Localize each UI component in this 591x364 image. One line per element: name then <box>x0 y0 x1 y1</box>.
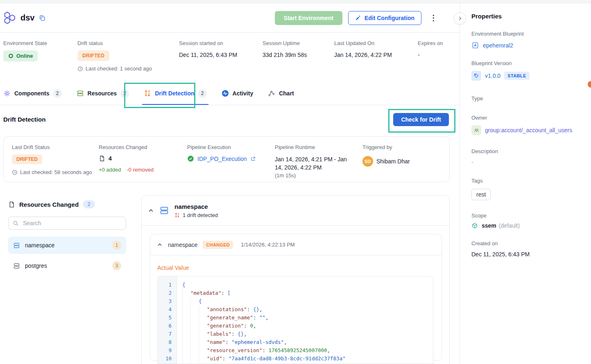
drift-last-checked: Last checked: 1 second ago <box>86 66 152 72</box>
tab-resources[interactable]: Resources 2 <box>77 89 129 98</box>
last-updated-label: Last Updated On <box>334 40 392 46</box>
last-updated-column: Last Updated On Jan 14, 2026, 4:22 PM <box>334 40 392 58</box>
stack-icon <box>159 206 169 215</box>
pipeline-runtime-duration: (1m 15s) <box>275 172 353 179</box>
owner-link[interactable]: group:account/_account_all_users <box>485 127 572 133</box>
resources-changed-count: 4 <box>109 155 112 162</box>
type-label: Type <box>471 95 584 102</box>
tab-activity-label: Activity <box>233 90 254 97</box>
session-started-column: Session started on Dec 11, 2025, 6:43 PM <box>179 40 237 58</box>
start-environment-button[interactable]: Start Environment <box>275 11 342 25</box>
expires-column: Expires on - <box>418 40 443 58</box>
environment-logo-icon <box>3 11 16 25</box>
triggered-by-stat: Triggered by SD Shibam Dhar <box>362 144 410 167</box>
drift-status-column: Drift status DRIFTED Last checked: 1 sec… <box>77 40 152 72</box>
last-drift-status-badge: DRIFTED <box>12 154 42 164</box>
copy-icon[interactable] <box>38 14 46 22</box>
actual-value-label: Actual Value <box>157 265 189 271</box>
resource-item-postgres[interactable]: postgres 3 <box>8 257 126 274</box>
clock-icon <box>12 170 18 175</box>
page-header: dsv Start Environment Edit Configuration… <box>0 3 460 33</box>
drift-entry-header[interactable]: namespace CHANGED 1/14/2026, 4:22:13 PM <box>150 234 442 255</box>
search-icon <box>13 220 19 226</box>
stable-badge: STABLE <box>504 72 530 80</box>
external-link-icon[interactable] <box>250 156 256 162</box>
drift-stats-card: Last Drift Status DRIFTED Last checked: … <box>3 136 450 182</box>
detail-subtitle: 1 drift detected <box>183 212 218 218</box>
tab-drift-label: Drift Detection <box>155 90 194 97</box>
tab-resources-badge: 2 <box>120 89 129 98</box>
tag-chip: rest <box>471 189 491 200</box>
more-actions-icon[interactable]: ⋮ <box>427 13 440 23</box>
session-uptime-column: Session Uptime 33d 21h 39m 58s <box>263 40 307 58</box>
tab-components-badge: 2 <box>53 89 62 98</box>
tab-drift-detection[interactable]: Drift Detection 2 <box>144 89 206 98</box>
resource-item-count: 3 <box>112 261 121 270</box>
created-label: Created on <box>471 240 584 246</box>
gear-icon <box>3 90 11 97</box>
search-input[interactable] <box>22 219 122 227</box>
scope-suffix: (default) <box>499 222 520 229</box>
group-icon <box>471 125 481 135</box>
tab-chart[interactable]: Chart <box>268 90 294 97</box>
code-lines: 1{2"metadata": [3{4"annotations": {},5"g… <box>158 281 433 363</box>
resource-detail-card: namespace 1 drift detected namespace CHA… <box>141 195 450 364</box>
expires-value: - <box>418 52 443 58</box>
resources-panel-title-label: Resources Changed <box>19 201 79 208</box>
description-label: Description <box>471 148 584 154</box>
drift-stats-last-checked: Last checked: 58 seconds ago <box>20 169 92 175</box>
avatar: SD <box>362 156 373 167</box>
file-icon <box>8 201 15 208</box>
pipeline-runtime-value: Jan 14, 2026, 4:21 PM - Jan 14, 2026, 4:… <box>275 155 353 172</box>
triggered-by-label: Triggered by <box>362 144 410 150</box>
last-drift-status: Last Drift Status DRIFTED Last checked: … <box>12 144 92 175</box>
collapse-panel-button[interactable] <box>454 12 466 25</box>
resource-item-namespace[interactable]: namespace 1 <box>8 237 126 254</box>
triggered-by-name: Shibam Dhar <box>376 158 410 165</box>
check-for-drift-button[interactable]: Check for Drift <box>393 113 449 126</box>
resources-changed-label: Resources Changed <box>99 144 154 150</box>
top-strip <box>0 0 591 3</box>
cube-icon <box>471 222 478 229</box>
tab-bar: Components 2 Resources 2 Drift Detection… <box>0 82 460 105</box>
pencil-icon <box>355 15 361 21</box>
tab-resources-label: Resources <box>88 90 117 97</box>
tag-icon <box>471 71 481 81</box>
detail-title: namespace <box>174 203 218 210</box>
properties-title: Properties <box>471 13 584 20</box>
chevron-up-icon[interactable] <box>148 208 154 214</box>
tab-components[interactable]: Components 2 <box>3 89 62 98</box>
tab-chart-label: Chart <box>279 90 294 97</box>
owner-label: Owner <box>471 115 584 121</box>
added-count: +0 added <box>99 167 121 173</box>
changed-badge: CHANGED <box>203 241 233 249</box>
blueprint-label: Environment Blueprint <box>471 31 584 37</box>
tab-activity[interactable]: Activity <box>222 90 254 97</box>
resource-item-name: namespace <box>25 242 54 249</box>
last-updated-value: Jan 14, 2026, 4:22 PM <box>334 52 392 58</box>
version-link[interactable]: v1.0.0 <box>485 72 500 79</box>
pipeline-execution-link[interactable]: IDP_PO_Execution <box>197 156 247 162</box>
resource-item-name: postgres <box>25 262 47 269</box>
stack-icon <box>13 262 20 269</box>
removed-count: -0 removed <box>127 167 154 173</box>
resource-item-count: 1 <box>112 241 121 250</box>
resources-changed-stat: Resources Changed 4 +0 added -0 removed <box>99 144 154 173</box>
code-viewer[interactable]: 1{2"metadata": [3{4"annotations": {},5"g… <box>157 276 433 364</box>
pipeline-execution-label: Pipeline Execution <box>187 144 256 150</box>
drift-icon <box>144 90 151 97</box>
blueprint-link[interactable]: epehemral2 <box>483 42 513 49</box>
resources-search[interactable] <box>8 217 126 230</box>
chart-icon <box>268 90 275 97</box>
scope-value: ssem <box>482 222 496 229</box>
edit-configuration-button[interactable]: Edit Configuration <box>348 11 421 25</box>
env-state-value: Online <box>16 53 33 59</box>
detail-header: namespace 1 drift detected <box>142 196 449 226</box>
resources-panel-title: Resources Changed 2 <box>8 200 95 208</box>
online-dot-icon <box>8 53 14 59</box>
stack-icon <box>13 242 20 249</box>
env-state-badge: Online <box>3 50 38 61</box>
drift-entry-name: namespace <box>168 242 197 248</box>
stack-icon <box>77 90 84 97</box>
chevron-up-icon[interactable] <box>157 242 163 248</box>
